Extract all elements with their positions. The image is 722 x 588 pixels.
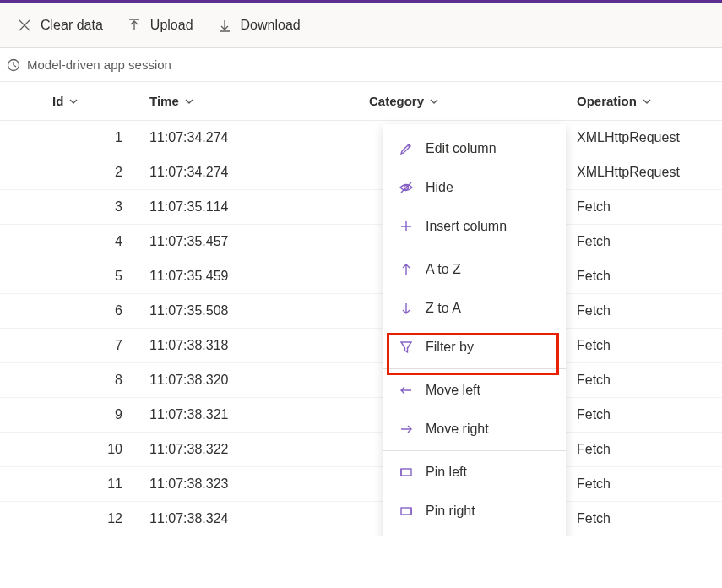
time-cell: 11:07:35.114 bbox=[139, 190, 359, 225]
upload-label: Upload bbox=[150, 18, 193, 33]
move-left-label: Move left bbox=[426, 383, 480, 398]
table-row[interactable]: 811:07:38.320Fetch bbox=[0, 363, 722, 398]
gutter-cell bbox=[0, 502, 42, 536]
id-header[interactable]: Id bbox=[42, 82, 139, 121]
gutter-cell bbox=[0, 259, 42, 294]
clear-data-label: Clear data bbox=[41, 18, 103, 33]
close-icon bbox=[17, 18, 32, 33]
time-cell: 11:07:38.324 bbox=[139, 502, 359, 536]
column-context-menu: Edit column Hide Insert column A to Z Z bbox=[383, 124, 566, 536]
operation-cell: Fetch bbox=[567, 398, 722, 433]
gutter-cell bbox=[0, 190, 42, 225]
operation-cell: Fetch bbox=[567, 467, 722, 502]
operation-cell: Fetch bbox=[567, 363, 722, 398]
table-row[interactable]: 711:07:38.318Fetch bbox=[0, 329, 722, 363]
table-row[interactable]: 411:07:35.457Fetch bbox=[0, 225, 722, 259]
id-cell: 1 bbox=[42, 121, 139, 155]
table-row[interactable]: 111:07:34.274XMLHttpRequest bbox=[0, 121, 722, 155]
operation-header-label: Operation bbox=[577, 94, 637, 108]
clear-data-button[interactable]: Clear data bbox=[7, 8, 113, 42]
id-cell: 10 bbox=[42, 433, 139, 467]
table-row[interactable]: 1111:07:38.323Fetch bbox=[0, 467, 722, 502]
clock-icon bbox=[7, 58, 20, 72]
category-header[interactable]: Category bbox=[359, 82, 567, 121]
gutter-cell bbox=[0, 398, 42, 433]
time-cell: 11:07:35.508 bbox=[139, 294, 359, 329]
time-cell: 11:07:38.322 bbox=[139, 433, 359, 467]
pin-right-label: Pin right bbox=[426, 504, 475, 519]
time-cell: 11:07:34.274 bbox=[139, 155, 359, 190]
operation-cell: Fetch bbox=[567, 190, 722, 225]
time-cell: 11:07:38.320 bbox=[139, 363, 359, 398]
operation-header[interactable]: Operation bbox=[567, 82, 722, 121]
menu-separator bbox=[383, 368, 566, 369]
operation-cell: Fetch bbox=[567, 259, 722, 294]
toolbar: Clear data Upload Download bbox=[0, 3, 722, 48]
time-cell: 11:07:34.274 bbox=[139, 121, 359, 155]
gutter-cell bbox=[0, 329, 42, 363]
sort-desc-item[interactable]: Z to A bbox=[383, 289, 566, 328]
table-row[interactable]: 211:07:34.274XMLHttpRequest bbox=[0, 155, 722, 190]
time-cell: 11:07:35.457 bbox=[139, 225, 359, 259]
insert-column-label: Insert column bbox=[426, 219, 507, 234]
table-row[interactable]: 911:07:38.321Fetch bbox=[0, 398, 722, 433]
header-row: Id Time Category bbox=[0, 82, 722, 121]
chevron-down-icon bbox=[184, 96, 194, 106]
time-header[interactable]: Time bbox=[139, 82, 359, 121]
session-title: Model-driven app session bbox=[27, 57, 171, 72]
operation-cell: Fetch bbox=[567, 225, 722, 259]
id-cell: 12 bbox=[42, 502, 139, 536]
id-cell: 11 bbox=[42, 467, 139, 502]
operation-cell: Fetch bbox=[567, 433, 722, 467]
gutter-cell bbox=[0, 155, 42, 190]
id-cell: 4 bbox=[42, 225, 139, 259]
id-cell: 7 bbox=[42, 329, 139, 363]
session-bar[interactable]: Model-driven app session bbox=[0, 48, 722, 82]
id-cell: 8 bbox=[42, 363, 139, 398]
operation-cell: XMLHttpRequest bbox=[567, 155, 722, 190]
sort-asc-item[interactable]: A to Z bbox=[383, 250, 566, 289]
hide-icon bbox=[399, 180, 414, 195]
hide-item[interactable]: Hide bbox=[383, 168, 566, 207]
gutter-cell bbox=[0, 121, 42, 155]
insert-column-item[interactable]: Insert column bbox=[383, 207, 566, 246]
id-cell: 6 bbox=[42, 294, 139, 329]
pencil-icon bbox=[399, 141, 414, 156]
time-cell: 11:07:38.321 bbox=[139, 398, 359, 433]
pin-right-icon bbox=[399, 504, 414, 519]
svg-rect-3 bbox=[401, 508, 411, 514]
move-right-label: Move right bbox=[426, 422, 489, 437]
arrow-left-icon bbox=[399, 383, 414, 398]
upload-icon bbox=[127, 18, 142, 33]
id-header-label: Id bbox=[52, 94, 63, 108]
sort-asc-label: A to Z bbox=[426, 262, 461, 277]
filter-by-item[interactable]: Filter by bbox=[383, 328, 566, 367]
svg-rect-2 bbox=[401, 469, 411, 476]
table-row[interactable]: 1011:07:38.322Fetch bbox=[0, 433, 722, 467]
time-header-label: Time bbox=[149, 94, 179, 108]
gutter-cell bbox=[0, 467, 42, 502]
pin-left-item[interactable]: Pin left bbox=[383, 453, 566, 492]
move-right-item[interactable]: Move right bbox=[383, 410, 566, 449]
table-row[interactable]: 311:07:35.114Fetch bbox=[0, 190, 722, 225]
gutter-cell bbox=[0, 433, 42, 467]
pin-right-item[interactable]: Pin right bbox=[383, 492, 566, 531]
time-cell: 11:07:35.459 bbox=[139, 259, 359, 294]
edit-column-label: Edit column bbox=[426, 141, 497, 156]
delete-column-item[interactable]: Delete column bbox=[383, 531, 566, 536]
table-row[interactable]: 611:07:35.508Fetch bbox=[0, 294, 722, 329]
table-row[interactable]: 511:07:35.459Fetch bbox=[0, 259, 722, 294]
gutter-header bbox=[0, 82, 42, 121]
operation-cell: Fetch bbox=[567, 329, 722, 363]
upload-button[interactable]: Upload bbox=[117, 8, 204, 42]
download-button[interactable]: Download bbox=[207, 8, 311, 42]
table-row[interactable]: 1211:07:38.324Fetch bbox=[0, 502, 722, 536]
sort-desc-label: Z to A bbox=[426, 301, 461, 316]
menu-separator bbox=[383, 450, 566, 451]
gutter-cell bbox=[0, 225, 42, 259]
pin-left-label: Pin left bbox=[426, 465, 467, 480]
arrow-up-icon bbox=[399, 262, 414, 277]
edit-column-item[interactable]: Edit column bbox=[383, 129, 566, 168]
move-left-item[interactable]: Move left bbox=[383, 371, 566, 410]
operation-cell: Fetch bbox=[567, 502, 722, 536]
